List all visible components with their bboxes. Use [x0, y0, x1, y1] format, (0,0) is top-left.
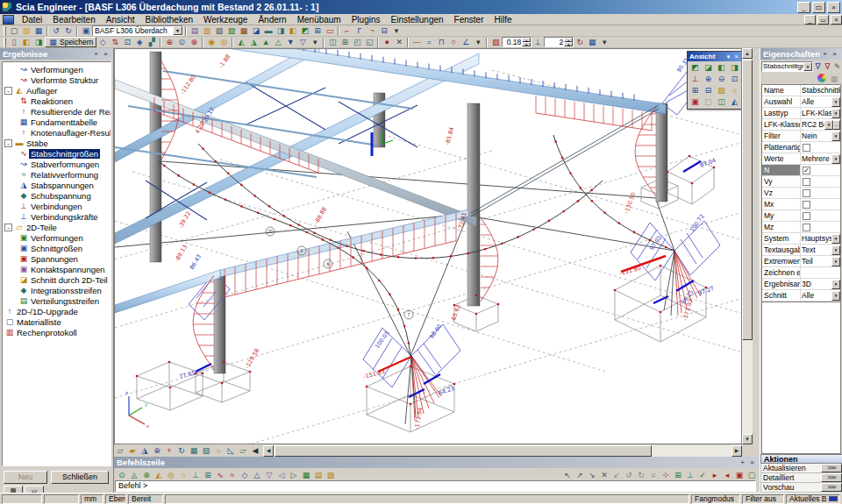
property-row-ergebnisanz[interactable]: Ergebnisanz...3D▾ — [762, 279, 840, 290]
eave-beam[interactable] — [115, 270, 220, 313]
double-line-icon[interactable]: = — [423, 37, 435, 47]
tree-expander-icon[interactable]: - — [4, 224, 12, 231]
clip-box-icon[interactable]: ◫ — [715, 96, 728, 108]
settings-overflow-caret[interactable]: ▾ — [598, 37, 610, 47]
coordinates-input-icon[interactable]: ✓ — [696, 470, 709, 480]
zoom-window-icon[interactable]: ⊡ — [728, 74, 741, 85]
menu-hilfe[interactable]: Hilfe — [489, 14, 517, 25]
scroll-left-icon[interactable]: ◀ — [263, 445, 274, 457]
print-preview-icon[interactable]: ◨ — [275, 25, 287, 36]
clear-snap-icon[interactable]: ▧ — [325, 470, 337, 480]
front-view-icon[interactable]: ¬ — [366, 25, 378, 36]
horizontal-scrollbar[interactable]: ◀ ▶ — [263, 445, 742, 457]
hatch-settings-icon[interactable]: ▨ — [489, 37, 502, 47]
color-palette-icon[interactable] — [817, 74, 826, 82]
snap-step-spinner[interactable]: 2 ▲▼ — [544, 37, 574, 47]
tree-item-integrationsstreifen[interactable]: ◆Integrationsstreifen — [4, 285, 111, 295]
vertical-scrollbar[interactable]: ▲ ▼ — [742, 48, 753, 444]
property-dropdown-icon[interactable]: ▾ — [831, 257, 840, 266]
arc-snap-icon[interactable]: ≈ — [226, 470, 239, 480]
tree-item-verbindungen[interactable]: ⊥Verbindungen — [4, 201, 111, 211]
escape-icon[interactable]: ✕ — [598, 470, 610, 480]
property-checkbox[interactable] — [803, 178, 810, 186]
property-checkbox[interactable] — [803, 144, 810, 152]
action-button-detailliert[interactable]: >>> — [821, 473, 842, 482]
snap-mode-icon[interactable]: ⊹ — [660, 470, 672, 480]
property-ellipsis-button[interactable]: … — [833, 120, 840, 130]
show-dimensions-icon[interactable]: △ — [272, 37, 284, 47]
import-icon[interactable]: ◩ — [299, 25, 311, 36]
light-toggle-icon[interactable]: ☼ — [728, 85, 741, 96]
filter-x-icon[interactable]: ▸ — [709, 470, 721, 480]
table-preview-icon[interactable]: ▦ — [828, 74, 840, 84]
project-manager-icon[interactable]: ▣ — [80, 25, 92, 36]
point-snap-icon[interactable]: ⊙ — [116, 470, 128, 480]
zoom-all-icon[interactable]: ⊞ — [689, 85, 702, 96]
filter-y-icon[interactable]: ◂ — [721, 470, 733, 480]
property-row-my[interactable]: My — [762, 210, 840, 222]
render-settings-icon[interactable]: ◭ — [728, 96, 741, 108]
close-icon[interactable]: × — [732, 53, 740, 60]
redo-icon[interactable]: ↻ — [62, 25, 75, 36]
draw-overflow-caret[interactable]: ▾ — [472, 37, 484, 47]
property-row-lfk-klasse[interactable]: LFK-KlasseRC2 Ben▾… — [762, 119, 840, 131]
scroll-down-icon[interactable]: ▼ — [742, 434, 753, 444]
tangent-snap-icon[interactable]: ○ — [177, 470, 189, 480]
spinner-down-icon[interactable]: ▼ — [522, 42, 531, 46]
scroll-up-icon[interactable]: ▲ — [742, 48, 753, 59]
shading-icon[interactable]: ▧ — [200, 445, 212, 456]
tree-item-verformte-struktur[interactable]: ↝Verformte Struktur — [4, 75, 111, 85]
ortho-snap-icon[interactable]: ▦ — [300, 470, 312, 480]
activity-off-icon[interactable]: ◱ — [363, 37, 375, 47]
close-service-button[interactable]: Schließen — [51, 471, 109, 484]
delete-results-icon[interactable]: ● — [381, 37, 393, 47]
show-supports-icon[interactable]: ◮ — [247, 37, 260, 47]
property-checkbox[interactable] — [803, 212, 810, 220]
node-display-icon[interactable]: ◉ — [205, 37, 218, 47]
light-icon[interactable]: ☼ — [212, 445, 225, 456]
property-dropdown-icon[interactable]: ▾ — [831, 234, 840, 244]
property-row-name[interactable]: NameStabschnittkr. — [762, 85, 840, 96]
tree-item-reaktionen[interactable]: ⇅Reaktionen — [4, 96, 111, 106]
invert-selection-icon[interactable]: ⊡ — [121, 37, 133, 47]
column[interactable] — [214, 273, 225, 373]
tree-item-schnittgr-en[interactable]: ▣Schnittgrößen — [4, 243, 111, 253]
tree-item-verteilungsstreifen[interactable]: ▤Verteilungsstreifen — [4, 295, 111, 306]
mdi-child-icon[interactable] — [3, 15, 14, 25]
new-project-icon[interactable]: ▢ — [8, 25, 20, 36]
tree-item-fundamenttabelle[interactable]: ▦Fundamenttabelle — [4, 117, 111, 127]
copy-selection-icon[interactable]: ◧ — [20, 37, 32, 47]
property-dropdown-icon[interactable]: ▾ — [831, 109, 840, 118]
pin-icon[interactable]: + — [738, 458, 747, 467]
tree-item-stabspannungen[interactable]: ◮Stabspannungen — [4, 180, 111, 190]
filter-apply-icon[interactable]: ∇ — [823, 61, 832, 72]
select-all-icon[interactable]: ⇅ — [109, 37, 121, 47]
center-snap-icon[interactable]: ◎ — [165, 470, 177, 480]
clean-data-icon[interactable]: ✕ — [393, 37, 405, 47]
menu-men-baum[interactable]: Menübaum — [292, 14, 346, 25]
pin-icon[interactable]: + — [820, 50, 830, 59]
rotate-tool-icon[interactable]: ↻ — [175, 445, 188, 456]
circle-entity-icon[interactable]: ○ — [447, 37, 460, 47]
view-y-icon[interactable]: ◪ — [702, 62, 715, 74]
close-button[interactable]: × — [827, 2, 840, 13]
midpoint-snap-icon[interactable]: ◬ — [128, 470, 140, 480]
engineering-report-icon[interactable]: ▭ — [324, 25, 336, 36]
filter-clear-icon[interactable]: ∇ — [813, 61, 823, 72]
document-manager-icon[interactable]: ◪ — [250, 25, 262, 36]
roof-beam[interactable] — [115, 53, 479, 244]
node-snap-icon[interactable]: ▽ — [263, 470, 275, 480]
close-button[interactable]: × — [831, 15, 842, 25]
restore-button[interactable]: ▭ — [812, 2, 825, 13]
scroll-right-icon[interactable]: ▶ — [731, 445, 742, 457]
tree-item-2d-1d-upgrade[interactable]: ↑2D-/1D-Upgrade — [4, 306, 111, 316]
activity-invert-icon[interactable]: ◰ — [351, 37, 363, 47]
edit-member-icon[interactable]: ⊙ — [175, 37, 188, 47]
property-row-mx[interactable]: Mx — [762, 199, 840, 210]
property-row-system[interactable]: SystemHauptsystem▾ — [762, 233, 840, 245]
show-results-icon[interactable]: ▽ — [296, 37, 309, 47]
track-snap-icon[interactable]: ▤ — [312, 470, 325, 480]
filter-z-icon[interactable]: ▣ — [733, 470, 746, 480]
vertical-scroll-thumb[interactable] — [742, 60, 753, 340]
tree-item-knotenauflager-resultierende[interactable]: ↑Knotenauflager-Resultierende — [4, 127, 111, 138]
